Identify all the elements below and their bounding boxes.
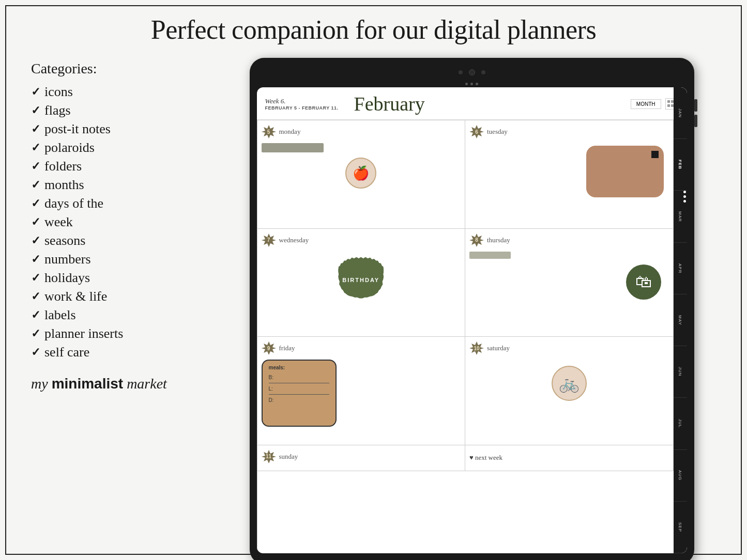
sticker-area: 🛍 [469,259,669,305]
day-header: 7 wednesday [262,233,461,247]
day-name: thursday [487,236,510,244]
day-number: 11 [266,454,271,459]
bag-circle-sticker: 🛍 [626,265,661,300]
day-header: 11 sunday [262,449,461,464]
day-name: saturday [487,344,510,352]
grid-dot [667,100,670,103]
tag-hole [651,151,659,158]
sticker-area: BIRTHDAY [262,252,461,308]
sidebar-month-apr[interactable]: APR [674,243,687,294]
day-num-badge: 11 [262,449,276,464]
tablet-camera-right [481,70,485,74]
tag-sticker [586,146,664,197]
day-header: 5 monday [262,125,461,139]
day-cell-sunday: 11 sunday [257,445,466,471]
day-header: 10 saturday [469,341,669,355]
day-name: friday [279,344,295,352]
day-name: tuesday [487,128,508,136]
day-header: 6 tuesday [469,125,669,139]
day-number: 8 [475,237,478,243]
day-cell-saturday: 10 saturday 🚲 [465,337,674,445]
tablet-dot [465,83,468,85]
sticker-area: 🍎 [262,158,461,204]
meals-b: B: [269,375,329,383]
tablet-more-dot [683,200,686,203]
meals-d: D: [269,397,329,403]
fruit-sticker: 🍎 [345,158,376,189]
day-cell-thursday: 8 thursday 🛍 [465,229,674,337]
meals-l: L: [269,386,329,395]
grid-dot [667,104,670,107]
planner-header-right: MONTH [631,98,679,110]
day-num-badge: 10 [469,341,484,355]
week-label: Week 6. [265,97,339,105]
sidebar-month-may[interactable]: MAY [674,294,687,346]
tablet-camera-main [469,69,475,75]
birthday-sticker: BIRTHDAY [338,257,384,303]
sidebar-month-jun[interactable]: JUN [674,346,687,398]
tablet-dot [470,83,473,85]
planner-screen: Week 6. FEBRUARY 5 - FEBRUARY 11. Februa… [257,87,687,553]
day-name: wednesday [279,236,309,244]
day-num-badge: 7 [262,233,276,247]
day-cell-wednesday: 7 wednesday BIRTHDAY [257,229,466,337]
bike-sticker: 🚲 [552,366,587,401]
day-name: sunday [279,453,298,461]
day-num-badge: 5 [262,125,276,139]
day-cell-tuesday: 6 tuesday [465,120,674,229]
day-cell-next-week: ♥ next week [465,445,674,471]
tablet-side-btn [694,115,697,127]
day-num-badge: 8 [469,233,484,247]
tablet-device: Week 6. FEBRUARY 5 - FEBRUARY 11. Februa… [250,58,694,560]
tablet-top-bar [257,65,687,80]
day-number: 7 [267,237,270,243]
month-title: February [354,92,626,115]
meals-sticker: meals: B: L: D: [262,360,337,427]
day-num-badge: 6 [469,125,484,139]
gray-bar-sticker [262,143,324,152]
planner-header: Week 6. FEBRUARY 5 - FEBRUARY 11. Februa… [257,87,687,120]
day-header: 9 friday [262,341,461,355]
sidebar-month-feb[interactable]: FEB [674,139,687,191]
planner-header-left: Week 6. FEBRUARY 5 - FEBRUARY 11. [265,97,339,111]
tablet-camera-left [459,70,463,74]
day-num-badge: 9 [262,341,276,355]
sidebar-month-jan[interactable]: JAN [674,87,687,139]
day-number: 5 [267,129,270,135]
tablet-more-dot [683,195,686,198]
right-panel: Week 6. FEBRUARY 5 - FEBRUARY 11. Februa… [212,55,731,558]
sticker-area [469,143,669,200]
sidebar-month-aug[interactable]: AUG [674,450,687,502]
planner-sidebar: JAN FEB MAR APR MAY JUN JUL AUG SEP [674,87,687,553]
tablet-more-dot [683,191,686,193]
tablet-side-buttons [694,99,697,127]
tablet-screen: Week 6. FEBRUARY 5 - FEBRUARY 11. Februa… [257,87,687,553]
month-button[interactable]: MONTH [631,99,661,109]
calendar-grid: 5 monday 🍎 [257,120,674,553]
sticker-area: 🚲 [469,366,669,401]
gray-bar-sticker-sm [469,252,511,259]
tablet-side-btn [694,99,697,112]
day-number: 9 [267,346,270,351]
birthday-label: BIRTHDAY [342,277,379,283]
sidebar-month-jul[interactable]: JUL [674,398,687,449]
day-cell-monday: 5 monday 🍎 [257,120,466,229]
date-range: FEBRUARY 5 - FEBRUARY 11. [265,105,339,111]
tablet-more-dots [683,191,686,203]
meals-title: meals: [269,365,329,370]
sidebar-month-sep[interactable]: SEP [674,502,687,553]
day-name: monday [279,128,301,136]
day-header: 8 thursday [469,233,669,247]
tablet-dot [476,83,478,85]
day-number: 6 [475,129,478,135]
next-week-label: ♥ next week [469,454,502,462]
day-cell-friday: 9 friday meals: B: L: D: [257,337,466,445]
day-number: 10 [474,346,479,351]
